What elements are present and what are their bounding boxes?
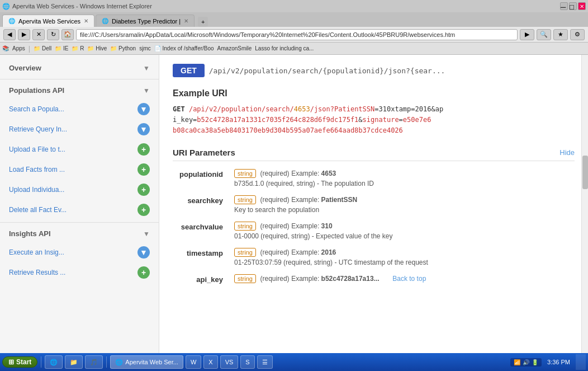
sidebar-item-search-population-btn[interactable]: ▼	[137, 103, 150, 115]
sidebar-item-execute-insight[interactable]: Execute an Insig... ▼	[0, 242, 159, 262]
go-button[interactable]: ▶	[520, 29, 534, 40]
sidebar-item-retrieve-query[interactable]: Retrieve Query In... ▼	[0, 119, 159, 139]
uri-json: /json?	[310, 105, 334, 113]
search-nav-button[interactable]: 🔍	[537, 29, 551, 40]
taskbar-sep-2	[106, 356, 107, 368]
sidebar-item-retrieve-query-btn[interactable]: ▼	[137, 123, 150, 135]
param-required-apikey: (required)	[260, 275, 290, 283]
sidebar-item-load-facts[interactable]: Load Facts from ... +	[0, 159, 159, 180]
taskbar-skype[interactable]: S	[240, 355, 254, 369]
bm-index[interactable]: 📄 Index of /shaffer/Boo	[154, 45, 214, 51]
new-tab-button[interactable]: +	[198, 17, 208, 27]
taskbar-browser-apervita[interactable]: 🌐 Apervita Web Ser...	[110, 355, 183, 369]
close-button[interactable]: ✕	[578, 2, 586, 10]
sidebar-item-execute-insight-btn[interactable]: ▼	[137, 246, 150, 259]
title-bar: 🌐 Apervita Web Services - Windows Intern…	[0, 0, 588, 12]
taskbar-folder[interactable]: 📁	[65, 355, 83, 369]
nav-bar: ◀ ▶ ✕ ↻ 🏠 file:///C:/Users/sramalin/AppD…	[0, 27, 588, 43]
sidebar-item-delete-facts[interactable]: Delete all Fact Ev... +	[0, 200, 159, 220]
vs-icon: VS	[225, 359, 234, 365]
sidebar-item-search-population[interactable]: Search a Popula... ▼	[0, 99, 159, 119]
uri-path: /api/v2/population/search/	[189, 105, 294, 113]
bookmarks-bar: 📚 Apps | 📁 Dell 📁 IE 📁 R 📁 Hive 📁 Python…	[0, 43, 588, 55]
forward-button[interactable]: ▶	[18, 29, 30, 40]
sidebar-item-upload-individual-label: Upload Individua...	[9, 186, 64, 194]
folder-icon: 📁	[70, 359, 78, 366]
sidebar-item-upload-file[interactable]: Upload a File to t... +	[0, 139, 159, 159]
bm-lasso[interactable]: Lasso for including ca...	[255, 45, 314, 51]
taskbar-vs[interactable]: VS	[220, 355, 239, 369]
favorites-button[interactable]: ★	[553, 29, 568, 40]
show-desktop-button[interactable]	[576, 354, 586, 370]
taskbar-ie[interactable]: 🌐	[45, 355, 63, 369]
taskbar-media[interactable]: 🎵	[85, 355, 103, 369]
tools-button[interactable]: ⚙	[570, 29, 585, 40]
bm-r[interactable]: 📁 R	[72, 45, 84, 51]
tab-apervita-close[interactable]: ✕	[84, 18, 88, 24]
example-uri-block: GET /api/v2/population/search/4653/json?…	[173, 104, 575, 137]
param-type-apikey: string	[234, 274, 256, 283]
hide-link[interactable]: Hide	[559, 148, 575, 157]
param-name-searchvalue: searchvalue	[173, 222, 234, 240]
tab-apervita-label: Apervita Web Services	[18, 18, 80, 25]
sidebar-item-upload-individual[interactable]: Upload Individua... +	[0, 180, 159, 200]
uri-sig-val: e50e7e6	[403, 116, 431, 124]
tab-diabetes-close[interactable]: ✕	[184, 18, 188, 24]
bm-python[interactable]: 📁 Python	[110, 45, 136, 51]
back-button[interactable]: ◀	[3, 29, 16, 40]
sidebar-item-retrieve-results[interactable]: Retrieve Results ... +	[0, 262, 159, 283]
sidebar: Overview ▼ Populations API ▼ Search a Po…	[0, 55, 159, 353]
bm-apps[interactable]: Apps	[12, 45, 25, 51]
sidebar-overview-header[interactable]: Overview ▼	[0, 59, 159, 77]
tab-apervita[interactable]: 🌐 Apervita Web Services ✕	[2, 15, 94, 27]
sidebar-item-load-facts-label: Load Facts from ...	[9, 166, 65, 173]
bm-amazon[interactable]: AmazonSmile	[217, 45, 252, 51]
sidebar-item-upload-file-btn[interactable]: +	[137, 143, 150, 156]
param-required-timestamp: (required)	[260, 248, 290, 256]
scrollbar-track[interactable]	[581, 55, 588, 353]
param-desc-timestamp: 01-25T03:07:59 (required, string) - UTC …	[234, 259, 575, 266]
bm-sjmc[interactable]: sjmc	[139, 45, 151, 51]
sidebar-item-delete-facts-btn[interactable]: +	[137, 204, 150, 216]
param-name-populationid: populationid	[173, 169, 234, 187]
param-detail-searchkey: string (required) Example: PatientSSN Ke…	[234, 195, 575, 214]
sidebar-insights-header[interactable]: Insights API ▼	[0, 225, 159, 242]
param-example-val-searchkey: PatientSSN	[321, 196, 358, 204]
home-button[interactable]: 🏠	[61, 29, 74, 40]
uri-key-val: b52c4728a17a1331c7035f264c828d6f9dc175f1	[197, 116, 358, 124]
tab-diabetes[interactable]: 🌐 Diabetes Type Predictor | ✕	[96, 15, 195, 27]
taskbar-apervita-label: Apervita Web Ser...	[125, 359, 178, 365]
title-bar-icon: 🌐	[2, 3, 10, 10]
address-bar[interactable]: file:///C:/Users/sramalin/AppData/Local/…	[76, 29, 518, 40]
refresh-button[interactable]: ↻	[47, 29, 59, 40]
ie-icon: 🌐	[50, 359, 58, 366]
bm-dell[interactable]: 📁 Dell	[34, 45, 51, 51]
param-type-searchkey: string	[234, 195, 256, 204]
taskbar-excel[interactable]: X	[203, 355, 217, 369]
minimize-button[interactable]: ─	[560, 2, 568, 10]
taskbar-word[interactable]: W	[186, 355, 201, 369]
param-row-searchkey: searchkey string (required) Example: Pat…	[173, 195, 575, 214]
bm-ie[interactable]: 📁 IE	[55, 45, 68, 51]
scrollbar-thumb[interactable]	[582, 156, 588, 189]
param-example-label-searchkey: Example:	[291, 196, 321, 204]
uri-method: GET	[173, 105, 189, 113]
sidebar-item-load-facts-btn[interactable]: +	[137, 163, 150, 176]
sidebar-item-execute-insight-label: Execute an Insig...	[9, 248, 64, 256]
uri-sig-key: signature	[363, 116, 399, 124]
param-desc-searchkey: Key to search the population	[234, 206, 575, 214]
param-detail-apikey: string (required) Example: b52c4728a17a1…	[234, 274, 575, 284]
start-button[interactable]: ⊞ Start	[2, 356, 37, 368]
param-required-searchkey: (required)	[260, 196, 290, 204]
back-to-top-link[interactable]: Back to top	[392, 275, 426, 283]
param-name-timestamp: timestamp	[173, 248, 234, 266]
sidebar-item-upload-individual-btn[interactable]: +	[137, 184, 150, 196]
maximize-button[interactable]: □	[569, 2, 577, 10]
stop-button[interactable]: ✕	[32, 29, 45, 40]
sidebar-populations-header[interactable]: Populations API ▼	[0, 82, 159, 99]
sidebar-item-retrieve-results-btn[interactable]: +	[137, 266, 150, 279]
tab-bar: 🌐 Apervita Web Services ✕ 🌐 Diabetes Typ…	[0, 12, 588, 27]
sidebar-item-upload-file-label: Upload a File to t...	[9, 145, 65, 153]
bm-hive[interactable]: 📁 Hive	[87, 45, 107, 51]
taskbar-misc[interactable]: ☰	[257, 355, 273, 369]
